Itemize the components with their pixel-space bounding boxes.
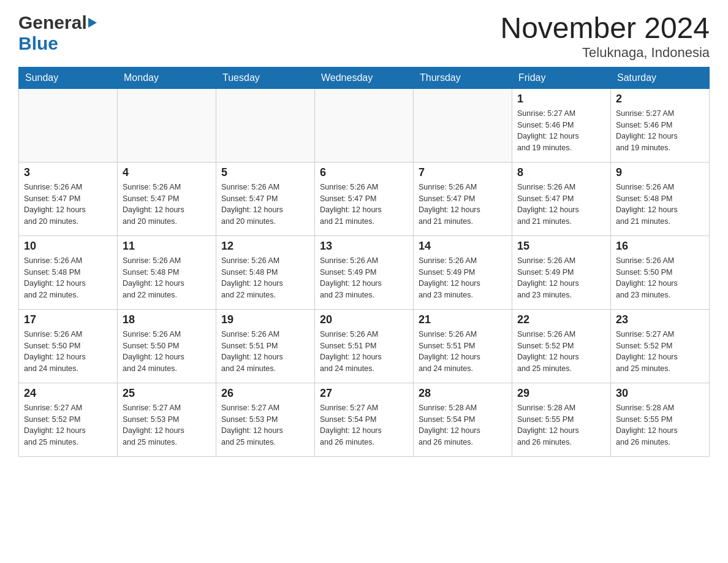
day-info: Sunrise: 5:26 AMSunset: 5:51 PMDaylight:… — [320, 329, 408, 375]
week-row-5: 24Sunrise: 5:27 AMSunset: 5:52 PMDayligh… — [19, 383, 710, 456]
day-cell: 17Sunrise: 5:26 AMSunset: 5:50 PMDayligh… — [19, 309, 118, 383]
weekday-header-thursday: Thursday — [414, 67, 512, 88]
day-info: Sunrise: 5:27 AMSunset: 5:52 PMDaylight:… — [616, 329, 704, 375]
day-number: 19 — [221, 313, 309, 326]
title-block: November 2024 Teluknaga, Indonesia — [500, 12, 710, 61]
day-cell: 16Sunrise: 5:26 AMSunset: 5:50 PMDayligh… — [611, 236, 710, 309]
day-cell: 5Sunrise: 5:26 AMSunset: 5:47 PMDaylight… — [216, 162, 315, 236]
day-info: Sunrise: 5:26 AMSunset: 5:48 PMDaylight:… — [24, 255, 112, 301]
day-cell: 22Sunrise: 5:26 AMSunset: 5:52 PMDayligh… — [512, 309, 611, 383]
day-cell: 2Sunrise: 5:27 AMSunset: 5:46 PMDaylight… — [611, 88, 710, 162]
day-info: Sunrise: 5:26 AMSunset: 5:47 PMDaylight:… — [419, 182, 507, 228]
weekday-header-saturday: Saturday — [611, 67, 710, 88]
day-info: Sunrise: 5:27 AMSunset: 5:46 PMDaylight:… — [517, 108, 605, 154]
page-title: November 2024 — [500, 12, 710, 45]
day-cell — [315, 88, 414, 162]
day-info: Sunrise: 5:26 AMSunset: 5:52 PMDaylight:… — [517, 329, 605, 375]
day-number: 8 — [517, 166, 605, 179]
day-cell — [19, 88, 118, 162]
day-cell: 10Sunrise: 5:26 AMSunset: 5:48 PMDayligh… — [19, 236, 118, 309]
day-cell: 12Sunrise: 5:26 AMSunset: 5:48 PMDayligh… — [216, 236, 315, 309]
day-cell: 1Sunrise: 5:27 AMSunset: 5:46 PMDaylight… — [512, 88, 611, 162]
day-number: 9 — [616, 166, 704, 179]
day-info: Sunrise: 5:26 AMSunset: 5:50 PMDaylight:… — [123, 329, 211, 375]
logo-blue-text: Blue — [18, 33, 58, 53]
day-info: Sunrise: 5:26 AMSunset: 5:48 PMDaylight:… — [123, 255, 211, 301]
day-cell: 13Sunrise: 5:26 AMSunset: 5:49 PMDayligh… — [315, 236, 414, 309]
page-subtitle: Teluknaga, Indonesia — [500, 45, 710, 61]
week-row-4: 17Sunrise: 5:26 AMSunset: 5:50 PMDayligh… — [19, 309, 710, 383]
day-number: 5 — [221, 166, 309, 179]
day-number: 2 — [616, 93, 704, 105]
day-info: Sunrise: 5:26 AMSunset: 5:51 PMDaylight:… — [419, 329, 507, 375]
day-cell: 3Sunrise: 5:26 AMSunset: 5:47 PMDaylight… — [19, 162, 118, 236]
day-number: 10 — [24, 240, 112, 253]
day-number: 12 — [221, 240, 309, 253]
day-info: Sunrise: 5:27 AMSunset: 5:53 PMDaylight:… — [123, 402, 211, 448]
day-number: 17 — [24, 313, 112, 326]
day-info: Sunrise: 5:28 AMSunset: 5:54 PMDaylight:… — [419, 402, 507, 448]
day-number: 25 — [123, 387, 211, 400]
logo: General Blue — [18, 12, 97, 54]
day-info: Sunrise: 5:27 AMSunset: 5:52 PMDaylight:… — [24, 402, 112, 448]
day-number: 18 — [123, 313, 211, 326]
day-cell: 26Sunrise: 5:27 AMSunset: 5:53 PMDayligh… — [216, 383, 315, 456]
day-cell: 21Sunrise: 5:26 AMSunset: 5:51 PMDayligh… — [414, 309, 512, 383]
day-cell: 29Sunrise: 5:28 AMSunset: 5:55 PMDayligh… — [512, 383, 611, 456]
day-number: 6 — [320, 166, 408, 179]
day-number: 20 — [320, 313, 408, 326]
day-cell: 27Sunrise: 5:27 AMSunset: 5:54 PMDayligh… — [315, 383, 414, 456]
day-cell: 28Sunrise: 5:28 AMSunset: 5:54 PMDayligh… — [414, 383, 512, 456]
day-number: 11 — [123, 240, 211, 253]
day-info: Sunrise: 5:26 AMSunset: 5:47 PMDaylight:… — [24, 182, 112, 228]
day-info: Sunrise: 5:28 AMSunset: 5:55 PMDaylight:… — [517, 402, 605, 448]
day-number: 29 — [517, 387, 605, 400]
day-number: 14 — [419, 240, 507, 253]
page-header: General Blue November 2024 Teluknaga, In… — [18, 12, 710, 61]
day-cell: 20Sunrise: 5:26 AMSunset: 5:51 PMDayligh… — [315, 309, 414, 383]
day-cell — [216, 88, 315, 162]
day-number: 30 — [616, 387, 704, 400]
day-info: Sunrise: 5:26 AMSunset: 5:50 PMDaylight:… — [616, 255, 704, 301]
week-row-2: 3Sunrise: 5:26 AMSunset: 5:47 PMDaylight… — [19, 162, 710, 236]
week-row-1: 1Sunrise: 5:27 AMSunset: 5:46 PMDaylight… — [19, 88, 710, 162]
day-info: Sunrise: 5:26 AMSunset: 5:47 PMDaylight:… — [221, 182, 309, 228]
day-cell — [414, 88, 512, 162]
weekday-header-sunday: Sunday — [19, 67, 118, 88]
day-number: 27 — [320, 387, 408, 400]
week-row-3: 10Sunrise: 5:26 AMSunset: 5:48 PMDayligh… — [19, 236, 710, 309]
day-info: Sunrise: 5:27 AMSunset: 5:53 PMDaylight:… — [221, 402, 309, 448]
calendar-table: SundayMondayTuesdayWednesdayThursdayFrid… — [18, 67, 710, 457]
day-cell: 23Sunrise: 5:27 AMSunset: 5:52 PMDayligh… — [611, 309, 710, 383]
day-number: 15 — [517, 240, 605, 253]
day-number: 21 — [419, 313, 507, 326]
day-cell: 8Sunrise: 5:26 AMSunset: 5:47 PMDaylight… — [512, 162, 611, 236]
day-number: 28 — [419, 387, 507, 400]
day-number: 4 — [123, 166, 211, 179]
day-info: Sunrise: 5:26 AMSunset: 5:47 PMDaylight:… — [123, 182, 211, 228]
day-cell: 7Sunrise: 5:26 AMSunset: 5:47 PMDaylight… — [414, 162, 512, 236]
day-number: 13 — [320, 240, 408, 253]
day-info: Sunrise: 5:26 AMSunset: 5:48 PMDaylight:… — [616, 182, 704, 228]
weekday-header-monday: Monday — [118, 67, 216, 88]
day-info: Sunrise: 5:26 AMSunset: 5:49 PMDaylight:… — [419, 255, 507, 301]
day-number: 7 — [419, 166, 507, 179]
day-cell: 18Sunrise: 5:26 AMSunset: 5:50 PMDayligh… — [118, 309, 216, 383]
weekday-header-friday: Friday — [512, 67, 611, 88]
weekday-header-row: SundayMondayTuesdayWednesdayThursdayFrid… — [19, 67, 710, 88]
logo-general-text: General — [18, 12, 87, 33]
day-cell: 15Sunrise: 5:26 AMSunset: 5:49 PMDayligh… — [512, 236, 611, 309]
day-cell: 24Sunrise: 5:27 AMSunset: 5:52 PMDayligh… — [19, 383, 118, 456]
day-number: 26 — [221, 387, 309, 400]
weekday-header-tuesday: Tuesday — [216, 67, 315, 88]
day-cell: 11Sunrise: 5:26 AMSunset: 5:48 PMDayligh… — [118, 236, 216, 309]
day-info: Sunrise: 5:26 AMSunset: 5:47 PMDaylight:… — [517, 182, 605, 228]
day-cell: 14Sunrise: 5:26 AMSunset: 5:49 PMDayligh… — [414, 236, 512, 309]
day-cell: 25Sunrise: 5:27 AMSunset: 5:53 PMDayligh… — [118, 383, 216, 456]
day-number: 3 — [24, 166, 112, 179]
day-cell: 19Sunrise: 5:26 AMSunset: 5:51 PMDayligh… — [216, 309, 315, 383]
day-info: Sunrise: 5:28 AMSunset: 5:55 PMDaylight:… — [616, 402, 704, 448]
day-cell: 6Sunrise: 5:26 AMSunset: 5:47 PMDaylight… — [315, 162, 414, 236]
day-info: Sunrise: 5:27 AMSunset: 5:46 PMDaylight:… — [616, 108, 704, 154]
day-info: Sunrise: 5:26 AMSunset: 5:48 PMDaylight:… — [221, 255, 309, 301]
